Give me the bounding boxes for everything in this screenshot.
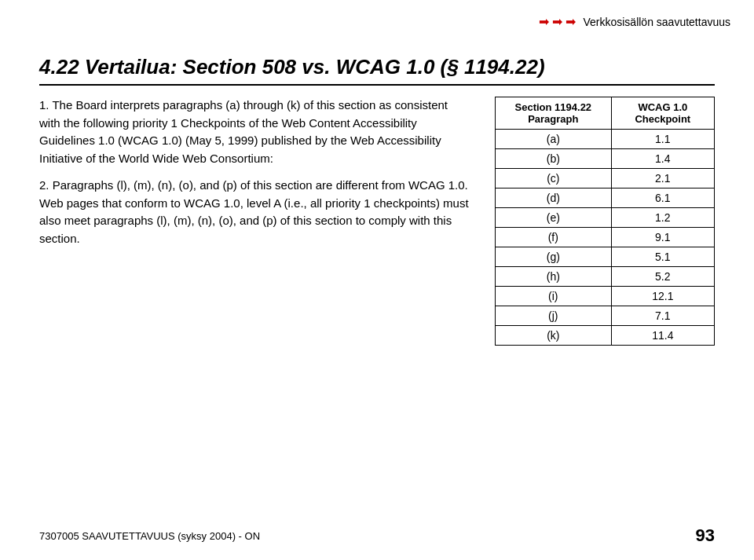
table-row: (c)2.1: [496, 169, 715, 188]
table-row: (f)9.1: [496, 228, 715, 247]
checkpoint-cell: 1.1: [611, 130, 714, 149]
footer: 7307005 SAAVUTETTAVUUS (syksy 2004) - ON…: [39, 525, 715, 546]
checkpoint-cell: 6.1: [611, 188, 714, 208]
table-row: (b)1.4: [496, 149, 715, 169]
checkpoint-cell: 5.2: [611, 267, 714, 287]
paragraph-cell: (h): [496, 267, 612, 287]
paragraph-cell: (c): [496, 169, 612, 188]
page: ➡ ➡ ➡ Verkkosisällön saavutettavuus 4.22…: [0, 0, 754, 560]
paragraph-cell: (b): [496, 149, 612, 169]
page-title: 4.22 Vertailua: Section 508 vs. WCAG 1.0…: [39, 55, 715, 86]
page-number: 93: [696, 525, 715, 546]
checkpoint-cell: 2.1: [611, 169, 714, 188]
paragraph-2: 2. Paragraphs (l), (m), (n), (o), and (p…: [39, 177, 471, 247]
checkpoint-cell: 5.1: [611, 247, 714, 267]
paragraph-cell: (f): [496, 228, 612, 247]
paragraph-cell: (d): [496, 188, 612, 208]
table-row: (j)7.1: [496, 306, 715, 326]
col2-header: WCAG 1.0 Checkpoint: [611, 97, 714, 130]
table-row: (e)1.2: [496, 208, 715, 228]
checkpoint-cell: 12.1: [611, 287, 714, 306]
paragraph-1: 1. The Board interprets paragraphs (a) t…: [39, 97, 471, 167]
table-row: (i)12.1: [496, 287, 715, 306]
checkpoint-cell: 7.1: [611, 306, 714, 326]
paragraph-cell: (g): [496, 247, 612, 267]
branding-text: Verkkosisällön saavutettavuus: [583, 16, 730, 28]
table-row: (a)1.1: [496, 130, 715, 149]
paragraph-cell: (i): [496, 287, 612, 306]
paragraph-cell: (j): [496, 306, 612, 326]
paragraph-cell: (e): [496, 208, 612, 228]
paragraph-cell: (a): [496, 130, 612, 149]
checkpoint-cell: 1.2: [611, 208, 714, 228]
branding-area: ➡ ➡ ➡ Verkkosisällön saavutettavuus: [539, 14, 730, 29]
main-text: 1. The Board interprets paragraphs (a) t…: [39, 97, 471, 346]
comparison-table-container: Section 1194.22 Paragraph WCAG 1.0 Check…: [495, 97, 715, 346]
checkpoint-cell: 9.1: [611, 228, 714, 247]
table-row: (g)5.1: [496, 247, 715, 267]
checkpoint-cell: 1.4: [611, 149, 714, 169]
table-row: (k)11.4: [496, 326, 715, 346]
arrows-icon: ➡ ➡ ➡: [539, 14, 576, 29]
paragraph-cell: (k): [496, 326, 612, 346]
col1-header: Section 1194.22 Paragraph: [496, 97, 612, 130]
table-row: (d)6.1: [496, 188, 715, 208]
content-area: 1. The Board interprets paragraphs (a) t…: [39, 97, 715, 346]
comparison-table: Section 1194.22 Paragraph WCAG 1.0 Check…: [495, 97, 715, 346]
table-row: (h)5.2: [496, 267, 715, 287]
checkpoint-cell: 11.4: [611, 326, 714, 346]
footer-left: 7307005 SAAVUTETTAVUUS (syksy 2004) - ON: [39, 530, 260, 542]
